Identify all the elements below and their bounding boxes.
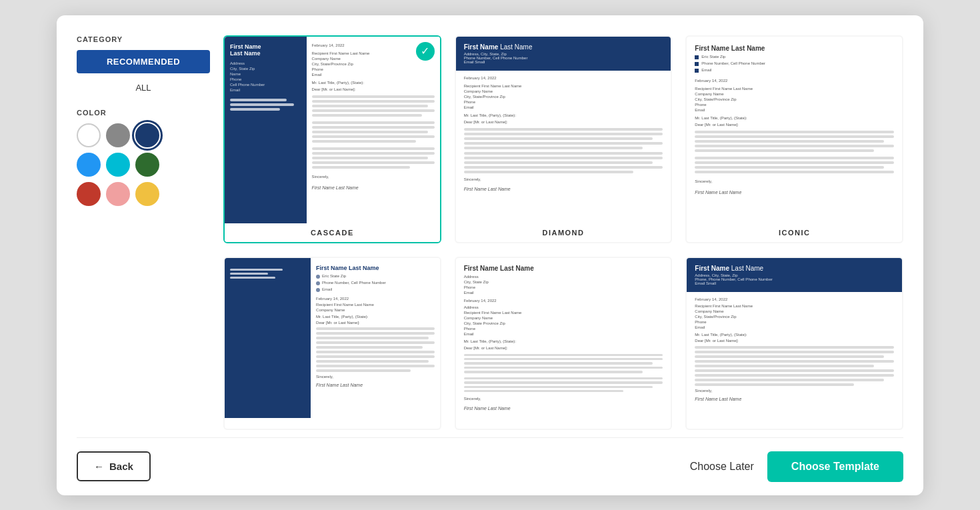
templates-area: ✓ First NameLast Name Address City, Stat… (223, 35, 903, 431)
templates-grid: ✓ First NameLast Name Address City, Stat… (223, 35, 903, 430)
color-swatch-navy[interactable] (135, 123, 159, 147)
template-label-6 (687, 418, 902, 429)
all-button[interactable]: ALL (77, 77, 210, 98)
choose-later-button[interactable]: Choose Later (690, 461, 754, 473)
template-preview-6: First Name Last Name Address, City, Stat… (687, 258, 902, 418)
recommended-button[interactable]: RECOMMENDED (77, 50, 210, 73)
category-label: CATEGORY (77, 35, 210, 43)
template-label-cascade: CASCADE (225, 223, 440, 242)
template-card-5[interactable]: First Name Last Name Address City, State… (455, 257, 673, 430)
template-card-iconic[interactable]: First Name Last Name Eric State Zip Phon… (685, 35, 903, 243)
back-arrow-icon: ← (94, 461, 104, 472)
template-label-diamond: DIAMOND (456, 223, 671, 242)
template-label-5 (456, 418, 671, 429)
template-card-4[interactable]: First Name Last Name Eric State Zip Phon… (223, 257, 441, 430)
template-card-cascade[interactable]: ✓ First NameLast Name Address City, Stat… (223, 35, 441, 243)
color-swatch-teal[interactable] (106, 153, 130, 177)
color-swatch-red[interactable] (77, 182, 101, 206)
template-preview-cascade: ✓ First NameLast Name Address City, Stat… (225, 37, 440, 223)
color-swatch-blue[interactable] (77, 153, 101, 177)
color-swatch-dark-green[interactable] (135, 153, 159, 177)
template-preview-iconic: First Name Last Name Eric State Zip Phon… (687, 37, 902, 223)
template-card-diamond[interactable]: First Name Last Name Address, City, Stat… (455, 35, 673, 243)
color-swatch-yellow[interactable] (135, 182, 159, 206)
color-swatch-white[interactable] (77, 123, 101, 147)
color-swatch-pink[interactable] (106, 182, 130, 206)
color-grid (77, 123, 210, 206)
modal-footer: ← Back Choose Later Choose Template (77, 437, 903, 482)
template-label-iconic: ICONIC (687, 223, 902, 242)
sidebar: CATEGORY RECOMMENDED ALL COLOR (77, 35, 210, 431)
modal-body: CATEGORY RECOMMENDED ALL COLOR (77, 35, 903, 431)
color-label: COLOR (77, 109, 210, 117)
back-label: Back (109, 461, 133, 472)
template-preview-4: First Name Last Name Eric State Zip Phon… (225, 258, 440, 418)
choose-template-button[interactable]: Choose Template (767, 451, 903, 482)
footer-right-actions: Choose Later Choose Template (690, 451, 903, 482)
template-card-6[interactable]: First Name Last Name Address, City, Stat… (685, 257, 903, 430)
color-swatch-gray[interactable] (106, 123, 130, 147)
template-selection-modal: CATEGORY RECOMMENDED ALL COLOR (57, 15, 923, 495)
template-label-4 (225, 418, 440, 429)
template-preview-diamond: First Name Last Name Address, City, Stat… (456, 37, 671, 223)
back-button[interactable]: ← Back (77, 451, 151, 481)
selected-check-icon: ✓ (416, 42, 435, 61)
template-preview-5: First Name Last Name Address City, State… (456, 258, 671, 418)
